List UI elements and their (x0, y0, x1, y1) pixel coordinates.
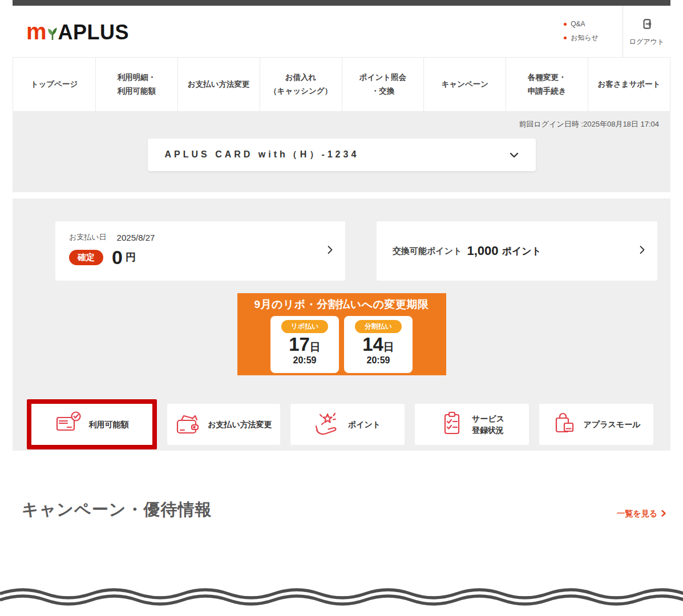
status-badge: 確定 (69, 250, 103, 265)
dashboard-section: お支払い日 2025/8/27 確定 0 円 交換可能ポイント 1,000 ポイ… (13, 198, 670, 451)
top-strip (13, 0, 670, 6)
campaign-list-link[interactable]: 一覧を見る (617, 509, 666, 521)
revolving-tag: リボ払い (281, 320, 329, 333)
nav-support[interactable]: お客さまサポート (588, 58, 670, 111)
hand-star-icon (314, 411, 341, 438)
service-status-button[interactable]: サービス 登録状況 (415, 404, 529, 445)
chevron-down-icon (510, 150, 519, 160)
header: m APLUS Q&A お知らせ (13, 6, 670, 57)
wallet-icon (175, 411, 200, 437)
payment-amount: 0 (112, 248, 123, 267)
card-selector-value: APLUS CARD with（H）-1234 (165, 149, 359, 161)
chevron-right-icon (328, 246, 333, 257)
quick-link-label: ポイント (348, 419, 381, 430)
news-link[interactable]: お知らせ (564, 33, 599, 43)
points-unit: ポイント (502, 245, 541, 258)
highlight-box: 利用可能額 (27, 399, 157, 449)
payment-date-label: お支払い日 (69, 232, 107, 242)
points-value: 1,000 (467, 244, 498, 258)
nav-statement[interactable]: 利用明細・ 利用可能額 (95, 58, 177, 111)
logo-aplus-text: APLUS (58, 21, 130, 44)
chevron-right-icon (640, 246, 645, 257)
quick-link-label: アプラスモール (584, 419, 641, 430)
deadline-cards: リボ払い 17日 20:59 分割払い 14日 20:59 (237, 316, 446, 373)
myaplus-logo[interactable]: m APLUS (26, 19, 129, 44)
points-label: 交換可能ポイント (393, 246, 462, 257)
leaf-icon (47, 27, 58, 43)
revolving-deadline-card: リボ払い 17日 20:59 (270, 316, 339, 373)
aplus-mall-button[interactable]: アプラスモール (539, 404, 653, 445)
points-button[interactable]: ポイント (290, 404, 405, 445)
page-frame: m APLUS Q&A お知らせ (13, 0, 670, 521)
installment-time: 20:59 (344, 355, 413, 366)
last-login-datetime: 前回ログイン日時 :2025年08月18日 17:04 (13, 119, 670, 129)
shopping-bag-icon (552, 411, 576, 438)
clipboard-icon (439, 411, 464, 438)
logout-button[interactable]: ログアウト (623, 6, 670, 57)
quick-link-label: お支払い方法変更 (208, 419, 272, 430)
nav-points[interactable]: ポイント照会 ・交換 (342, 58, 424, 111)
installment-deadline-card: 分割払い 14日 20:59 (344, 316, 413, 373)
quick-link-label: 利用可能額 (89, 419, 129, 430)
nav-cashing[interactable]: お借入れ （キャッシング） (260, 58, 342, 111)
header-links: Q&A お知らせ (564, 6, 623, 57)
revolving-day: 17日 (270, 334, 339, 355)
payment-amount-unit: 円 (126, 250, 136, 264)
qa-link-label: Q&A (571, 20, 585, 28)
payment-amount-row: 確定 0 円 (69, 248, 332, 267)
available-credit-button[interactable]: 利用可能額 (31, 404, 152, 445)
deadline-banner[interactable]: 9月のリボ・分割払いへの変更期限 リボ払い 17日 20:59 分割払い 14日… (237, 293, 446, 375)
payment-date-value: 2025/8/27 (117, 233, 155, 242)
deadline-banner-title: 9月のリボ・分割払いへの変更期限 (237, 297, 446, 312)
logout-label: ログアウト (629, 37, 664, 47)
quick-links-row: 利用可能額 お支払い方法変更 (27, 399, 670, 449)
nav-payment-method[interactable]: お支払い方法変更 (177, 58, 260, 111)
installment-day: 14日 (344, 334, 413, 355)
points-summary-card[interactable]: 交換可能ポイント 1,000 ポイント (377, 221, 657, 281)
nav-campaign[interactable]: キャンペーン (423, 58, 506, 111)
nav-top-page[interactable]: トップページ (13, 58, 95, 111)
summary-row: お支払い日 2025/8/27 確定 0 円 交換可能ポイント 1,000 ポイ… (55, 221, 657, 281)
section-divider (13, 192, 670, 198)
logout-icon (640, 17, 654, 33)
payment-date-row: お支払い日 2025/8/27 (69, 232, 332, 242)
payment-method-button[interactable]: お支払い方法変更 (167, 404, 280, 445)
card-selector-dropdown[interactable]: APLUS CARD with（H）-1234 (148, 139, 536, 171)
bullet-icon (564, 23, 567, 26)
main-nav: トップページ 利用明細・ 利用可能額 お支払い方法変更 お借入れ （キャッシング… (13, 57, 670, 112)
news-link-label: お知らせ (571, 33, 599, 43)
campaign-link-label: 一覧を見る (617, 509, 657, 519)
card-check-icon (55, 411, 82, 437)
revolving-time: 20:59 (270, 355, 339, 366)
quick-link-label: サービス 登録状況 (472, 413, 504, 436)
installment-tag: 分割払い (355, 320, 402, 333)
chevron-right-icon (661, 509, 666, 518)
nav-procedures[interactable]: 各種変更・ 申請手続き (506, 58, 588, 111)
campaign-title: キャンペーン・優待情報 (22, 499, 212, 521)
payment-summary-card[interactable]: お支払い日 2025/8/27 確定 0 円 (55, 221, 345, 281)
torn-edge-wave (0, 586, 683, 613)
campaign-section-header: キャンペーン・優待情報 一覧を見る (22, 499, 666, 521)
bullet-icon (564, 37, 567, 39)
logo-m-letter: m (26, 19, 46, 44)
qa-link[interactable]: Q&A (564, 20, 599, 28)
header-right: Q&A お知らせ ログアウト (564, 6, 670, 57)
account-band: 前回ログイン日時 :2025年08月18日 17:04 APLUS CARD w… (13, 112, 670, 192)
